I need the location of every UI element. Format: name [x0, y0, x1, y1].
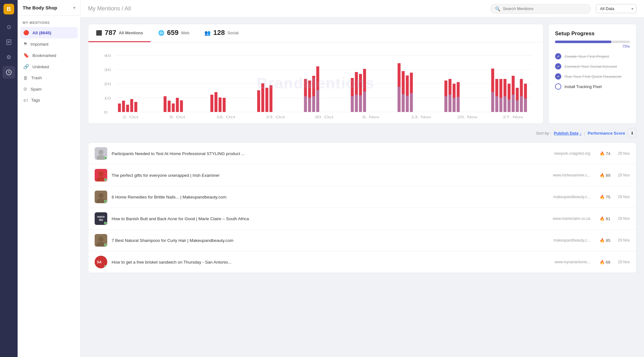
setup-progress-fill [555, 41, 611, 43]
tab-social[interactable]: 👥 128 Social [197, 24, 246, 42]
flame-icon: 🔥 [600, 195, 605, 199]
search-input[interactable] [503, 6, 586, 11]
sidebar-label-spam: Spam [31, 87, 42, 92]
svg-rect-56 [359, 95, 362, 112]
mention-score-m1: 🔥 74 [595, 151, 610, 156]
chart-svg: 0 10 20 30 40 2. Oct 9. Oct [93, 47, 538, 120]
setup-check-tracking-pixel [555, 83, 561, 90]
mention-title-m6: How to get a free brisket sandwich on Th… [112, 260, 536, 265]
avatar-online-indicator [104, 178, 107, 181]
svg-rect-89 [516, 100, 519, 112]
svg-text:13. Nov: 13. Nov [411, 115, 431, 119]
setup-item-connect-social[interactable]: ✓ Connect Your Social Account [555, 63, 630, 70]
setup-card: Setup Progress 75% ✓ Create Your First P… [548, 24, 636, 124]
mention-row[interactable]: SA How to get a free brisket sandwich on… [88, 251, 636, 273]
sidebar-icon-bookmarked: 🔖 [23, 53, 29, 58]
svg-point-92 [98, 150, 103, 155]
svg-rect-88 [512, 95, 514, 112]
sort-bar: Sort by : Publish Date ↓ | Performance S… [88, 129, 636, 137]
svg-rect-28 [134, 102, 137, 112]
brand-chevron-icon: ▾ [73, 6, 75, 10]
tab-social-count: 128 [213, 29, 225, 37]
mention-row[interactable]: 7 Best Natural Shampoos for Curly Hair |… [88, 230, 636, 251]
svg-point-96 [98, 193, 103, 198]
search-box[interactable]: 🔍 [490, 4, 591, 14]
mention-score-m5: 🔥 85 [595, 238, 610, 243]
sort-publish-date[interactable]: Publish Date ↓ [554, 131, 581, 136]
filter-select[interactable]: All Data Today Last 7 Days Last 30 Days … [596, 4, 636, 13]
sidebar-item-unlinked[interactable]: 🔗 Unlinked [20, 61, 78, 72]
brand-name: The Body Shop [23, 5, 57, 10]
sidebar-item-bookmarked[interactable]: 🔖 Bookmarked [20, 50, 78, 61]
svg-rect-41 [269, 85, 272, 112]
sort-performance-score[interactable]: Performance Score [588, 131, 625, 136]
svg-rect-73 [457, 97, 459, 112]
tab-web[interactable]: 🌐 659 Web [151, 24, 197, 42]
svg-rect-63 [402, 94, 404, 112]
icon-bar-dashboard[interactable]: ⊙ [3, 21, 15, 33]
mention-row[interactable]: Participants Needed to Test At Home Prof… [88, 143, 636, 165]
svg-text:20. Nov: 20. Nov [457, 115, 478, 119]
setup-check-connect-social: ✓ [555, 63, 561, 70]
svg-rect-25 [122, 101, 125, 112]
tab-social-icon: 👥 [204, 30, 211, 36]
svg-text:30: 30 [104, 68, 111, 72]
svg-rect-29 [164, 96, 166, 112]
page-title: My Mentions / All [88, 5, 485, 12]
mention-row[interactable]: The perfect gifts for everyone unwrapped… [88, 165, 636, 186]
sidebar-item-important[interactable]: ⚑ Important [20, 38, 78, 50]
mention-row[interactable]: mariedai How to Banish Butt and Back Acn… [88, 208, 636, 230]
mention-avatar-m6: SA [95, 256, 107, 268]
sort-performance-score-label: Performance Score [588, 131, 625, 136]
avatar-online-indicator [104, 243, 107, 246]
tab-web-count: 659 [167, 29, 179, 37]
svg-text:30. Oct: 30. Oct [314, 115, 334, 119]
svg-rect-72 [452, 98, 455, 112]
svg-rect-90 [520, 96, 523, 112]
mention-domain-m1: newyork.craigslist.org [540, 151, 590, 156]
flame-icon: 🔥 [600, 216, 605, 221]
mention-date-m5: 29 Nov [615, 238, 630, 243]
icon-bar-settings[interactable]: ⚙ [3, 51, 15, 64]
svg-rect-37 [223, 98, 225, 112]
sidebar-item-tags[interactable]: 🏷 Tags [20, 95, 78, 106]
svg-rect-26 [126, 105, 129, 112]
mention-date-m2: 29 Nov [615, 173, 630, 177]
setup-item-tracking-pixel[interactable]: Install Tracking Pixel [555, 83, 630, 90]
mention-title-m1: Participants Needed to Test At Home Prof… [112, 151, 536, 156]
mention-date-m4: 29 Nov [615, 216, 630, 221]
filter-select-wrap: All Data Today Last 7 Days Last 30 Days … [596, 4, 636, 13]
sort-download-button[interactable]: ⬇ [628, 129, 636, 137]
tab-web-icon: 🌐 [158, 30, 164, 36]
sidebar-icon-spam: ⊘ [23, 86, 27, 92]
sidebar-item-all[interactable]: 🔴 All (8645) [20, 27, 78, 38]
mention-row[interactable]: 6 Home Remedies for Brittle Nails... | M… [88, 186, 636, 208]
setup-progress-bar [555, 41, 630, 43]
tab-web-label: Web [181, 31, 190, 35]
setup-item-create-project[interactable]: ✓ Create Your First Project [555, 53, 630, 59]
setup-progress-pct: 75% [555, 44, 630, 49]
sidebar-label-trash: Trash [31, 75, 42, 80]
svg-text:2. Oct: 2. Oct [123, 115, 139, 119]
sidebar-item-trash[interactable]: 🗑 Trash [20, 72, 78, 83]
content-area: ⬛ 787 All Mentions 🌐 659 Web 👥 128 Socia… [80, 18, 644, 357]
svg-rect-65 [410, 93, 413, 112]
sidebar: The Body Shop ▾ MY MENTIONS 🔴 All (8645)… [18, 0, 80, 357]
icon-bar: B ⊙ ⚙ [0, 0, 18, 357]
setup-label-quick-research: Run Your First Quick Researcel [564, 74, 621, 79]
icon-bar-mentions[interactable] [3, 66, 15, 79]
tab-all-label: All Mentions [119, 31, 143, 35]
svg-text:40: 40 [104, 54, 111, 58]
icon-bar-reports[interactable] [3, 36, 15, 48]
brand-selector[interactable]: The Body Shop ▾ [18, 0, 80, 16]
setup-item-quick-research[interactable]: ✓ Run Your First Quick Researcel [555, 73, 630, 80]
tab-all-mentions[interactable]: ⬛ 787 All Mentions [88, 24, 151, 42]
flame-icon: 🔥 [600, 151, 605, 156]
sidebar-icon-unlinked: 🔗 [23, 64, 29, 70]
tab-all-icon: ⬛ [96, 30, 102, 36]
svg-rect-84 [495, 96, 498, 112]
svg-rect-91 [524, 98, 527, 112]
sidebar-item-spam[interactable]: ⊘ Spam [20, 83, 78, 95]
svg-rect-87 [508, 99, 510, 112]
svg-rect-27 [130, 99, 133, 112]
